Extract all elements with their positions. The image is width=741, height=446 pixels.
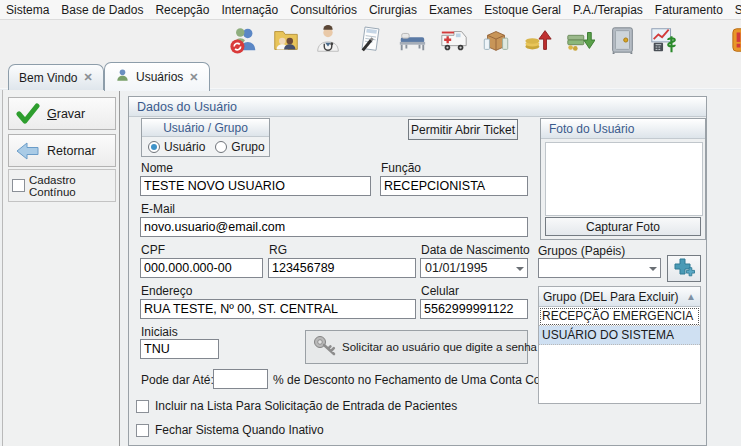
prescription-icon	[355, 25, 385, 55]
cadastro-continuo-label: Cadastro Contínuo	[29, 174, 115, 198]
gravar-label: Gravar	[47, 107, 85, 121]
desconto-input[interactable]	[213, 369, 268, 389]
ambulance-icon	[439, 25, 469, 55]
radio-grupo-label: Grupo	[231, 140, 264, 154]
dados-usuario-header: Dados do Usuário	[129, 97, 706, 117]
capturar-foto-button[interactable]: Capturar Foto	[545, 217, 701, 236]
check-icon	[9, 103, 47, 125]
stock-box-button[interactable]	[478, 23, 514, 57]
radio-usuario[interactable]	[148, 141, 160, 153]
grupos-combo[interactable]	[538, 258, 661, 278]
permitir-abrir-ticket-label: Permitir Abrir Ticket	[411, 123, 515, 137]
tabbar: Bem Vindo ✕ Usuários ✕	[0, 60, 741, 90]
radio-grupo[interactable]	[215, 141, 227, 153]
menubar: Sistema Base de Dados Recepção Internaçã…	[0, 0, 741, 20]
menu-base-de-dados[interactable]: Base de Dados	[55, 3, 149, 17]
money-in-button[interactable]	[520, 23, 556, 57]
menu-cirurgias[interactable]: Cirurgias	[363, 3, 423, 17]
safe-button[interactable]	[604, 23, 640, 57]
email-label: E-Mail	[141, 202, 175, 216]
alert-partial-icon	[731, 25, 741, 55]
menu-faturamento[interactable]: Faturamento	[649, 3, 729, 17]
group-row[interactable]: USUÁRIO DO SISTEMA	[539, 326, 700, 345]
patients-folder-icon	[271, 25, 301, 55]
doctor-button[interactable]	[310, 23, 346, 57]
foto-usuario-group: Foto do Usuário Capturar Foto	[540, 118, 706, 240]
cadastro-continuo-checkbox[interactable]	[12, 179, 25, 192]
sync-users-icon	[229, 25, 259, 55]
foto-usuario-title: Foto do Usuário	[549, 122, 634, 136]
money-out-icon	[565, 25, 595, 55]
add-group-icon	[672, 256, 696, 281]
finance-calc-icon	[649, 25, 679, 55]
usuario-grupo-title: Usuário / Grupo	[163, 121, 248, 135]
menu-pa-terapias[interactable]: P.A./Terapias	[567, 3, 649, 17]
ambulance-button[interactable]	[436, 23, 472, 57]
group-row[interactable]: RECEPÇÃO EMERGENCIA	[539, 307, 700, 326]
data-nascimento-label: Data de Nascimento	[421, 243, 530, 257]
groups-grid-header[interactable]: Grupo (DEL Para Excluir) ▲	[539, 287, 700, 307]
celular-input[interactable]	[420, 299, 528, 319]
alert-partial-button[interactable]	[728, 23, 741, 57]
sync-users-button[interactable]	[226, 23, 262, 57]
tab-bem-vindo[interactable]: Bem Vindo ✕	[8, 64, 104, 90]
app-window: Sistema Base de Dados Recepção Internaçã…	[0, 0, 741, 446]
cpf-input[interactable]	[140, 258, 263, 278]
menu-consultorios[interactable]: Consultórios	[284, 3, 363, 17]
solicitar-senha-label: Solicitar ao usuário que digite a senha	[342, 341, 537, 353]
fechar-sistema-label: Fechar Sistema Quando Inativo	[155, 423, 324, 437]
hospital-bed-icon	[397, 25, 427, 55]
iniciais-label: Iniciais	[141, 325, 178, 339]
hospital-bed-button[interactable]	[394, 23, 430, 57]
menu-recepcao[interactable]: Recepção	[149, 3, 215, 17]
desconto-suffix: % de Desconto no Fechamento de Uma Conta…	[273, 373, 572, 387]
data-nascimento-value: 01/01/1995	[425, 261, 488, 275]
foto-usuario-header: Foto do Usuário	[541, 119, 705, 139]
solicitar-senha-button[interactable]: Solicitar ao usuário que digite a senha	[305, 330, 528, 364]
usuario-grupo-header: Usuário / Grupo	[142, 119, 269, 137]
data-nascimento-combo[interactable]: 01/01/1995	[420, 258, 528, 278]
close-icon[interactable]: ✕	[189, 71, 198, 84]
money-out-button[interactable]	[562, 23, 598, 57]
money-in-icon	[523, 25, 553, 55]
funcao-input[interactable]	[380, 176, 528, 196]
finance-calc-button[interactable]	[646, 23, 682, 57]
rg-input[interactable]	[268, 258, 416, 278]
desconto-prefix: Pode dar Até:	[141, 373, 214, 387]
sort-asc-icon: ▲	[686, 291, 696, 302]
nome-label: Nome	[141, 161, 173, 175]
fechar-sistema-checkbox[interactable]	[136, 424, 149, 437]
retornar-button[interactable]: Retornar	[8, 134, 116, 167]
sidebar: Gravar Retornar Cadastro Contínuo	[2, 90, 120, 446]
capturar-foto-label: Capturar Foto	[586, 220, 660, 234]
dropdown-arrow-icon	[516, 267, 524, 271]
stock-box-icon	[481, 25, 511, 55]
groups-grid-header-label: Grupo (DEL Para Excluir)	[543, 290, 679, 304]
arrow-left-icon	[9, 141, 47, 161]
dados-usuario-title: Dados do Usuário	[137, 100, 237, 114]
close-icon[interactable]: ✕	[83, 71, 92, 84]
incluir-lista-row: Incluir na Lista Para Solicitação de Ent…	[136, 399, 457, 413]
cpf-label: CPF	[141, 243, 165, 257]
nome-input[interactable]	[140, 176, 371, 196]
dropdown-arrow-icon	[649, 267, 657, 271]
menu-exames[interactable]: Exames	[423, 3, 478, 17]
prescription-button[interactable]	[352, 23, 388, 57]
patients-folder-button[interactable]	[268, 23, 304, 57]
iniciais-input[interactable]	[140, 339, 219, 359]
permitir-abrir-ticket-button[interactable]: Permitir Abrir Ticket	[408, 119, 518, 140]
group-row-label: USUÁRIO DO SISTEMA	[542, 328, 674, 342]
email-input[interactable]	[140, 217, 528, 237]
celular-label: Celular	[421, 284, 459, 298]
tab-usuarios[interactable]: Usuários ✕	[104, 62, 210, 91]
menu-cutoff[interactable]: S	[729, 3, 741, 17]
add-group-button[interactable]	[667, 255, 701, 282]
menu-internacao[interactable]: Internação	[215, 3, 284, 17]
endereco-input[interactable]	[140, 299, 416, 319]
groups-grid: Grupo (DEL Para Excluir) ▲ RECEPÇÃO EMER…	[538, 286, 701, 404]
incluir-lista-checkbox[interactable]	[136, 400, 149, 413]
menu-estoque-geral[interactable]: Estoque Geral	[478, 3, 567, 17]
gravar-button[interactable]: Gravar	[8, 97, 116, 130]
retornar-label: Retornar	[47, 144, 96, 158]
menu-sistema[interactable]: Sistema	[0, 3, 55, 17]
